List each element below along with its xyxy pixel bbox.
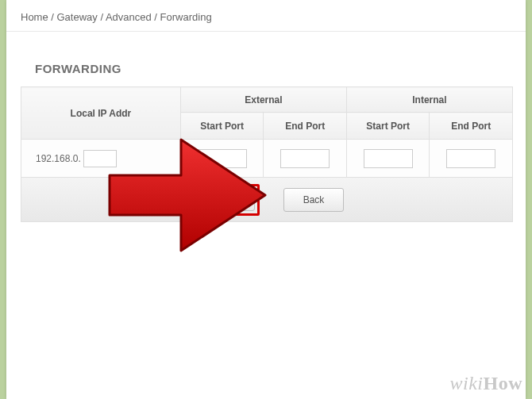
watermark: wikiHow bbox=[450, 373, 523, 394]
col-int-end: End Port bbox=[430, 113, 513, 140]
add-highlight-box: Add bbox=[190, 184, 260, 216]
col-int-start: Start Port bbox=[346, 113, 430, 140]
col-ext-start: Start Port bbox=[180, 113, 264, 140]
col-local-ip: Local IP Addr bbox=[21, 87, 181, 140]
col-internal: Internal bbox=[346, 87, 512, 113]
cell-int-start bbox=[346, 140, 430, 178]
back-button[interactable]: Back bbox=[283, 188, 344, 212]
ext-end-input[interactable] bbox=[280, 149, 330, 168]
cell-ext-end bbox=[264, 140, 347, 178]
ip-octet-input[interactable] bbox=[83, 150, 117, 167]
ext-start-input[interactable] bbox=[198, 149, 247, 168]
int-end-input[interactable] bbox=[446, 149, 495, 168]
forwarding-table: Local IP Addr External Internal Start Po… bbox=[21, 86, 513, 178]
add-button[interactable]: Add bbox=[195, 189, 255, 211]
col-ext-end: End Port bbox=[264, 113, 347, 140]
button-row: Add Back bbox=[21, 178, 513, 222]
int-start-input[interactable] bbox=[364, 149, 413, 168]
cell-ip: 192.168.0. bbox=[21, 140, 181, 178]
breadcrumb: Home / Gateway / Advanced / Forwarding bbox=[6, 0, 526, 32]
page-title: FORWARDING bbox=[6, 32, 526, 86]
cell-int-end bbox=[430, 140, 513, 178]
col-external: External bbox=[180, 87, 346, 113]
cell-ext-start bbox=[180, 140, 264, 178]
ip-prefix: 192.168.0. bbox=[36, 153, 81, 164]
